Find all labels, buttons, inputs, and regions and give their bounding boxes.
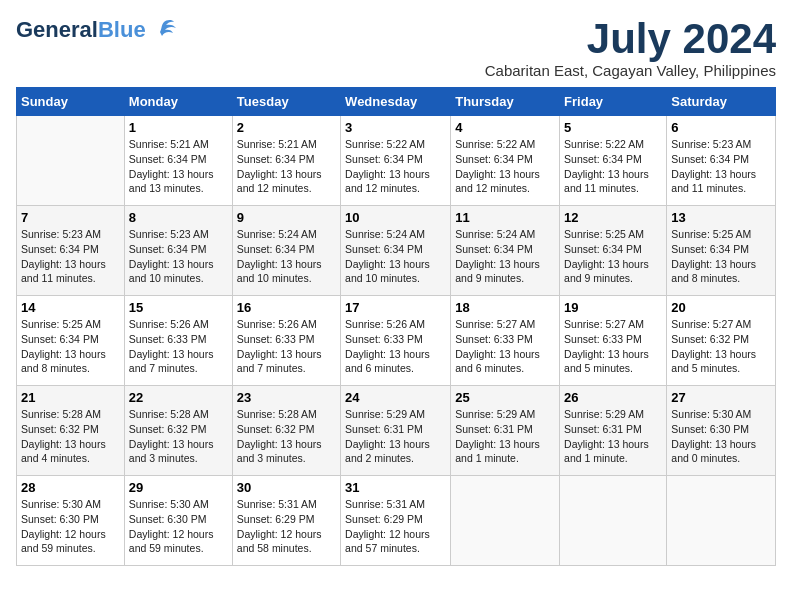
day-number: 18 [455, 300, 555, 315]
day-info: Sunrise: 5:22 AM Sunset: 6:34 PM Dayligh… [345, 137, 446, 196]
day-number: 23 [237, 390, 336, 405]
day-info: Sunrise: 5:24 AM Sunset: 6:34 PM Dayligh… [345, 227, 446, 286]
day-number: 7 [21, 210, 120, 225]
day-info: Sunrise: 5:25 AM Sunset: 6:34 PM Dayligh… [564, 227, 662, 286]
calendar-week-row: 21Sunrise: 5:28 AM Sunset: 6:32 PM Dayli… [17, 386, 776, 476]
weekday-header: Sunday [17, 88, 125, 116]
day-info: Sunrise: 5:26 AM Sunset: 6:33 PM Dayligh… [237, 317, 336, 376]
calendar-cell: 27Sunrise: 5:30 AM Sunset: 6:30 PM Dayli… [667, 386, 776, 476]
day-number: 13 [671, 210, 771, 225]
calendar-cell: 10Sunrise: 5:24 AM Sunset: 6:34 PM Dayli… [341, 206, 451, 296]
day-number: 1 [129, 120, 228, 135]
day-info: Sunrise: 5:27 AM Sunset: 6:32 PM Dayligh… [671, 317, 771, 376]
calendar-cell: 8Sunrise: 5:23 AM Sunset: 6:34 PM Daylig… [124, 206, 232, 296]
day-info: Sunrise: 5:22 AM Sunset: 6:34 PM Dayligh… [564, 137, 662, 196]
day-number: 25 [455, 390, 555, 405]
calendar-cell: 15Sunrise: 5:26 AM Sunset: 6:33 PM Dayli… [124, 296, 232, 386]
day-info: Sunrise: 5:23 AM Sunset: 6:34 PM Dayligh… [671, 137, 771, 196]
weekday-header: Monday [124, 88, 232, 116]
calendar-body: 1Sunrise: 5:21 AM Sunset: 6:34 PM Daylig… [17, 116, 776, 566]
calendar-cell: 16Sunrise: 5:26 AM Sunset: 6:33 PM Dayli… [232, 296, 340, 386]
day-number: 12 [564, 210, 662, 225]
calendar-week-row: 1Sunrise: 5:21 AM Sunset: 6:34 PM Daylig… [17, 116, 776, 206]
weekday-header: Wednesday [341, 88, 451, 116]
calendar-cell: 1Sunrise: 5:21 AM Sunset: 6:34 PM Daylig… [124, 116, 232, 206]
calendar-cell: 14Sunrise: 5:25 AM Sunset: 6:34 PM Dayli… [17, 296, 125, 386]
day-info: Sunrise: 5:26 AM Sunset: 6:33 PM Dayligh… [345, 317, 446, 376]
day-info: Sunrise: 5:24 AM Sunset: 6:34 PM Dayligh… [237, 227, 336, 286]
day-number: 27 [671, 390, 771, 405]
day-info: Sunrise: 5:27 AM Sunset: 6:33 PM Dayligh… [455, 317, 555, 376]
calendar-cell [560, 476, 667, 566]
calendar-cell [667, 476, 776, 566]
day-number: 6 [671, 120, 771, 135]
day-number: 24 [345, 390, 446, 405]
day-number: 5 [564, 120, 662, 135]
day-number: 31 [345, 480, 446, 495]
calendar-cell: 23Sunrise: 5:28 AM Sunset: 6:32 PM Dayli… [232, 386, 340, 476]
day-info: Sunrise: 5:29 AM Sunset: 6:31 PM Dayligh… [345, 407, 446, 466]
day-info: Sunrise: 5:28 AM Sunset: 6:32 PM Dayligh… [237, 407, 336, 466]
calendar-cell: 12Sunrise: 5:25 AM Sunset: 6:34 PM Dayli… [560, 206, 667, 296]
logo-bird-icon [150, 16, 178, 44]
day-info: Sunrise: 5:22 AM Sunset: 6:34 PM Dayligh… [455, 137, 555, 196]
calendar-week-row: 7Sunrise: 5:23 AM Sunset: 6:34 PM Daylig… [17, 206, 776, 296]
day-number: 17 [345, 300, 446, 315]
day-number: 10 [345, 210, 446, 225]
calendar-cell: 2Sunrise: 5:21 AM Sunset: 6:34 PM Daylig… [232, 116, 340, 206]
day-info: Sunrise: 5:29 AM Sunset: 6:31 PM Dayligh… [455, 407, 555, 466]
day-number: 30 [237, 480, 336, 495]
calendar-cell: 17Sunrise: 5:26 AM Sunset: 6:33 PM Dayli… [341, 296, 451, 386]
calendar-cell: 11Sunrise: 5:24 AM Sunset: 6:34 PM Dayli… [451, 206, 560, 296]
calendar-cell: 31Sunrise: 5:31 AM Sunset: 6:29 PM Dayli… [341, 476, 451, 566]
calendar-cell: 5Sunrise: 5:22 AM Sunset: 6:34 PM Daylig… [560, 116, 667, 206]
page-header: GeneralBlue July 2024 Cabaritan East, Ca… [16, 16, 776, 79]
day-info: Sunrise: 5:21 AM Sunset: 6:34 PM Dayligh… [237, 137, 336, 196]
day-info: Sunrise: 5:26 AM Sunset: 6:33 PM Dayligh… [129, 317, 228, 376]
location: Cabaritan East, Cagayan Valley, Philippi… [485, 62, 776, 79]
day-number: 26 [564, 390, 662, 405]
day-number: 15 [129, 300, 228, 315]
day-number: 14 [21, 300, 120, 315]
calendar-cell: 21Sunrise: 5:28 AM Sunset: 6:32 PM Dayli… [17, 386, 125, 476]
calendar-cell [17, 116, 125, 206]
calendar-week-row: 14Sunrise: 5:25 AM Sunset: 6:34 PM Dayli… [17, 296, 776, 386]
calendar-cell: 13Sunrise: 5:25 AM Sunset: 6:34 PM Dayli… [667, 206, 776, 296]
day-info: Sunrise: 5:23 AM Sunset: 6:34 PM Dayligh… [129, 227, 228, 286]
day-info: Sunrise: 5:30 AM Sunset: 6:30 PM Dayligh… [21, 497, 120, 556]
calendar-cell: 30Sunrise: 5:31 AM Sunset: 6:29 PM Dayli… [232, 476, 340, 566]
calendar-cell: 22Sunrise: 5:28 AM Sunset: 6:32 PM Dayli… [124, 386, 232, 476]
calendar-cell: 3Sunrise: 5:22 AM Sunset: 6:34 PM Daylig… [341, 116, 451, 206]
day-number: 3 [345, 120, 446, 135]
day-info: Sunrise: 5:25 AM Sunset: 6:34 PM Dayligh… [671, 227, 771, 286]
day-info: Sunrise: 5:21 AM Sunset: 6:34 PM Dayligh… [129, 137, 228, 196]
day-number: 22 [129, 390, 228, 405]
calendar-cell: 6Sunrise: 5:23 AM Sunset: 6:34 PM Daylig… [667, 116, 776, 206]
day-number: 11 [455, 210, 555, 225]
logo-general: General [16, 17, 98, 42]
day-info: Sunrise: 5:28 AM Sunset: 6:32 PM Dayligh… [129, 407, 228, 466]
day-info: Sunrise: 5:31 AM Sunset: 6:29 PM Dayligh… [237, 497, 336, 556]
calendar-cell: 24Sunrise: 5:29 AM Sunset: 6:31 PM Dayli… [341, 386, 451, 476]
day-number: 19 [564, 300, 662, 315]
day-info: Sunrise: 5:30 AM Sunset: 6:30 PM Dayligh… [129, 497, 228, 556]
day-info: Sunrise: 5:23 AM Sunset: 6:34 PM Dayligh… [21, 227, 120, 286]
calendar-cell: 18Sunrise: 5:27 AM Sunset: 6:33 PM Dayli… [451, 296, 560, 386]
day-number: 28 [21, 480, 120, 495]
weekday-row: SundayMondayTuesdayWednesdayThursdayFrid… [17, 88, 776, 116]
month-title: July 2024 [485, 16, 776, 62]
weekday-header: Tuesday [232, 88, 340, 116]
day-number: 4 [455, 120, 555, 135]
day-info: Sunrise: 5:30 AM Sunset: 6:30 PM Dayligh… [671, 407, 771, 466]
weekday-header: Friday [560, 88, 667, 116]
calendar-cell: 9Sunrise: 5:24 AM Sunset: 6:34 PM Daylig… [232, 206, 340, 296]
calendar-header: SundayMondayTuesdayWednesdayThursdayFrid… [17, 88, 776, 116]
day-number: 16 [237, 300, 336, 315]
day-info: Sunrise: 5:28 AM Sunset: 6:32 PM Dayligh… [21, 407, 120, 466]
calendar-cell [451, 476, 560, 566]
day-info: Sunrise: 5:27 AM Sunset: 6:33 PM Dayligh… [564, 317, 662, 376]
weekday-header: Saturday [667, 88, 776, 116]
title-block: July 2024 Cabaritan East, Cagayan Valley… [485, 16, 776, 79]
day-number: 2 [237, 120, 336, 135]
day-info: Sunrise: 5:24 AM Sunset: 6:34 PM Dayligh… [455, 227, 555, 286]
